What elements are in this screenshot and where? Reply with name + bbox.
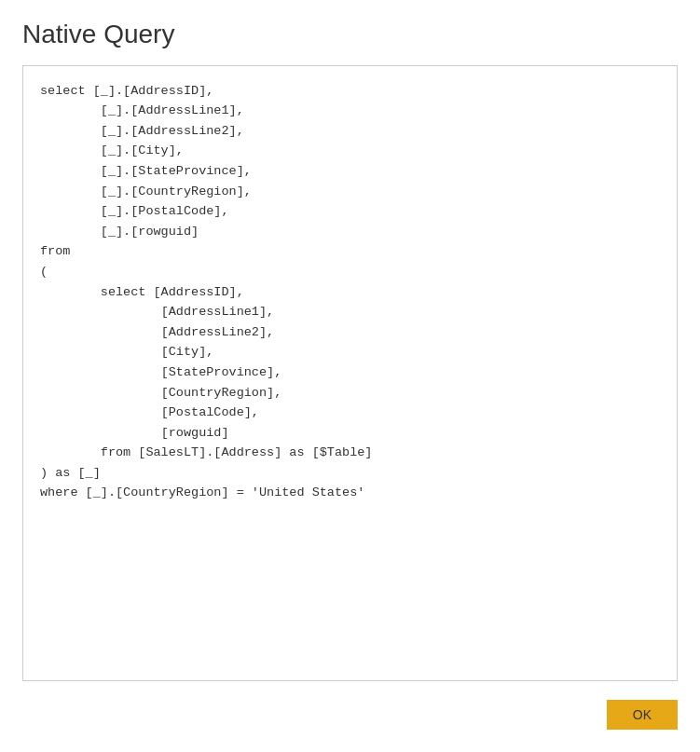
query-box: select [_].[AddressID], [_].[AddressLine…	[22, 65, 678, 681]
ok-button[interactable]: OK	[607, 700, 678, 730]
footer: OK	[22, 700, 678, 730]
page-title: Native Query	[22, 19, 678, 50]
query-text: select [_].[AddressID], [_].[AddressLine…	[40, 81, 660, 503]
